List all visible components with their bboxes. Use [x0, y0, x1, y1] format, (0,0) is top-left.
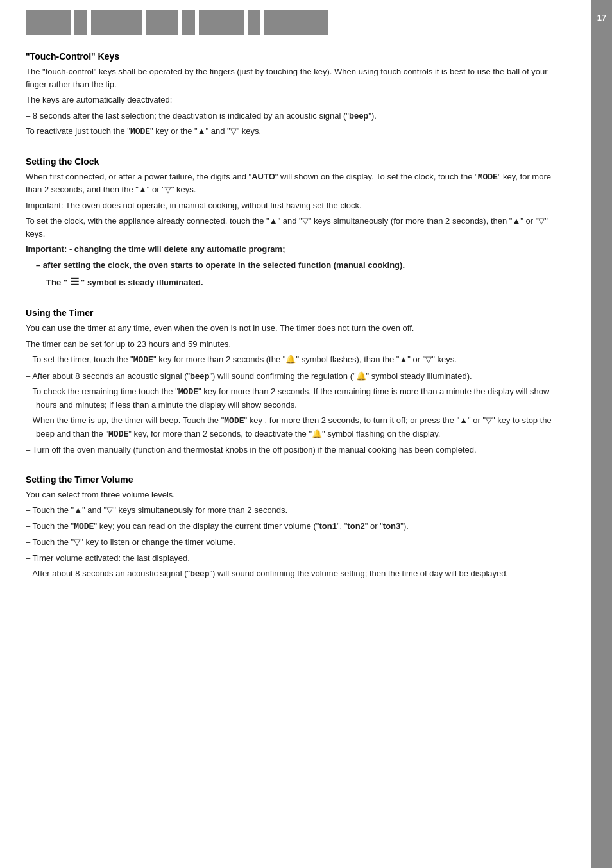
timer-bullet-5: Turn off the oven manually (function and… — [26, 444, 566, 456]
setting-clock-p2: Important: The oven does not operate, in… — [26, 199, 566, 212]
using-timer-title: Using the Timer — [26, 308, 566, 318]
ton2-text: ton2 — [347, 521, 364, 531]
section-setting-clock: Setting the Clock When first connected, … — [26, 156, 566, 290]
timer-bullet-1: To set the timer, touch the "MODE" key f… — [26, 353, 566, 367]
touch-control-p2: The keys are automatically deactivated: — [26, 94, 566, 106]
mode-key-1: MODE — [130, 127, 150, 137]
bar-block-7 — [248, 10, 260, 35]
top-decorative-bar — [26, 6, 566, 38]
page-container: "Touch-Control" Keys The "touch-control"… — [0, 0, 612, 868]
beep-text-1: beep — [349, 111, 368, 121]
volume-bullet-4: Timer volume activated: the last display… — [26, 552, 566, 565]
main-content: "Touch-Control" Keys The "touch-control"… — [0, 0, 591, 868]
beep-text-2: beep — [190, 371, 209, 381]
setting-clock-p3: To set the clock, with the appliance alr… — [26, 215, 566, 240]
touch-control-list: 8 seconds after the last selection; the … — [26, 110, 566, 122]
mode-key-timer2: MODE — [178, 387, 198, 397]
timer-volume-title: Setting the Timer Volume — [26, 474, 566, 485]
bar-block-4 — [146, 10, 178, 35]
page-number: 17 — [597, 13, 606, 22]
ton3-text: ton3 — [383, 521, 400, 531]
beep-text-3: beep — [190, 569, 209, 578]
auto-text: AUTO — [251, 172, 275, 181]
touch-control-p1: The "touch-control" keys shall be operat… — [26, 65, 566, 90]
bar-block-6 — [199, 10, 244, 35]
volume-bullet-2: Touch the "MODE" key; you can read on th… — [26, 520, 566, 533]
bar-block-1 — [26, 10, 71, 35]
mode-key-timer3: MODE — [224, 416, 244, 426]
timer-volume-p1: You can select from three volume levels. — [26, 488, 566, 501]
right-sidebar: 17 — [591, 0, 612, 868]
mode-key-2: MODE — [478, 172, 498, 182]
touch-control-bullet1: 8 seconds after the last selection; the … — [26, 110, 566, 122]
bar-block-2 — [74, 10, 87, 35]
timer-bullet-4: When the time is up, the timer will beep… — [26, 414, 566, 440]
using-timer-list: To set the timer, touch the "MODE" key f… — [26, 353, 566, 456]
bar-block-8 — [264, 10, 328, 35]
section-touch-control: "Touch-Control" Keys The "touch-control"… — [26, 51, 566, 138]
using-timer-p2: The timer can be set for up to 23 hours … — [26, 338, 566, 351]
important-1: Important: - changing the time will dele… — [26, 243, 566, 256]
bar-block-5 — [182, 10, 195, 35]
timer-bullet-3: To check the remaining time touch the "M… — [26, 385, 566, 411]
important-3: The " ☰ " symbol is steady illuminated. — [26, 274, 566, 290]
volume-bullet-1: Touch the "▲" and "▽" keys simultaneousl… — [26, 504, 566, 517]
ton1-text: ton1 — [319, 521, 336, 531]
touch-control-p3: To reactivate just touch the "MODE" key … — [26, 125, 566, 138]
volume-bullet-3: Touch the "▽" key to listen or change th… — [26, 536, 566, 549]
symbol-icon: ☰ — [70, 276, 79, 287]
timer-bullet-2: After about 8 seconds an acoustic signal… — [26, 370, 566, 383]
mode-key-timer1: MODE — [133, 355, 153, 365]
mode-key-vol1: MODE — [74, 522, 94, 531]
volume-bullet-5: After about 8 seconds an acoustic signal… — [26, 567, 566, 580]
bar-block-3 — [91, 10, 142, 35]
mode-key-timer4: MODE — [108, 430, 128, 439]
timer-volume-list: Touch the "▲" and "▽" keys simultaneousl… — [26, 504, 566, 580]
section-timer-volume: Setting the Timer Volume You can select … — [26, 474, 566, 580]
setting-clock-p1: When first connected, or after a power f… — [26, 171, 566, 196]
important-2: – after setting the clock, the oven star… — [26, 259, 566, 272]
touch-control-title: "Touch-Control" Keys — [26, 51, 566, 62]
section-using-timer: Using the Timer You can use the timer at… — [26, 308, 566, 456]
setting-clock-title: Setting the Clock — [26, 156, 566, 167]
using-timer-p1: You can use the timer at any time, even … — [26, 322, 566, 335]
